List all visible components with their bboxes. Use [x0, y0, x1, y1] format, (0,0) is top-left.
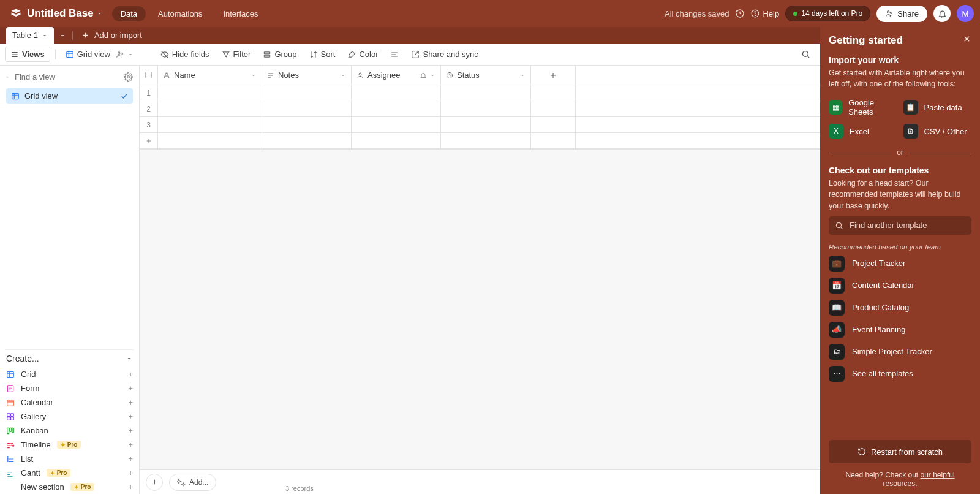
template-event-planning[interactable]: 📣Event Planning: [829, 322, 971, 338]
template-project-tracker[interactable]: 💼Project Tracker: [829, 256, 971, 272]
template-search[interactable]: [829, 216, 971, 235]
column-name[interactable]: Name: [158, 66, 262, 85]
create-view-grid[interactable]: Grid+: [5, 367, 134, 381]
checkbox-icon: [145, 72, 152, 78]
plus-icon: +: [128, 426, 133, 435]
import-csv[interactable]: 🗎CSV / Other: [903, 124, 972, 139]
close-panel-button[interactable]: [962, 34, 971, 44]
app-header: Untitled Base Data Automations Interface…: [0, 0, 980, 27]
table-row[interactable]: 3: [140, 117, 820, 133]
view-settings-button[interactable]: [124, 72, 133, 82]
restart-icon: [858, 447, 866, 456]
color-button[interactable]: Color: [342, 47, 383, 61]
add-record-row[interactable]: [140, 133, 820, 149]
hide-fields-button[interactable]: Hide fields: [156, 47, 214, 61]
svg-point-9: [803, 51, 809, 57]
import-google-sheets[interactable]: ▦Google Sheets: [829, 98, 897, 116]
base-menu-icon[interactable]: [96, 10, 104, 17]
restart-button[interactable]: Restart from scratch: [829, 440, 971, 463]
top-mode-tabs: Data Automations Interfaces: [112, 6, 267, 21]
create-view-calendar[interactable]: Calendar+: [5, 395, 134, 409]
svg-rect-17: [11, 413, 14, 416]
user-avatar[interactable]: M: [957, 5, 974, 22]
add-menu-button[interactable]: Add...: [169, 474, 216, 491]
notifications-button[interactable]: [933, 5, 951, 22]
import-excel[interactable]: XExcel: [829, 124, 897, 139]
create-view-form[interactable]: Form+: [5, 381, 134, 395]
status-dot-icon: [793, 12, 797, 16]
template-content-calendar[interactable]: 📅Content Calendar: [829, 278, 971, 294]
svg-point-23: [11, 443, 12, 444]
tab-interfaces[interactable]: Interfaces: [214, 6, 266, 21]
svg-rect-22: [12, 428, 13, 433]
create-view-gantt[interactable]: GanttPro+: [5, 466, 134, 480]
create-view-kanban[interactable]: Kanban+: [5, 424, 134, 438]
group-button[interactable]: Group: [258, 47, 301, 61]
column-notes[interactable]: Notes: [262, 66, 352, 85]
add-record-circle-button[interactable]: [146, 474, 163, 491]
tab-automations[interactable]: Automations: [149, 6, 211, 21]
share-button[interactable]: Share: [876, 6, 927, 22]
help-button[interactable]: Help: [751, 9, 779, 18]
sort-button[interactable]: Sort: [304, 47, 341, 61]
template-simple-project-tracker[interactable]: 🗂Simple Project Tracker: [829, 344, 971, 360]
views-label: Views: [22, 50, 45, 59]
new-section-row[interactable]: New section Pro +: [5, 480, 134, 494]
svg-point-3: [891, 12, 892, 13]
calendar-icon: [6, 398, 15, 407]
views-toggle-button[interactable]: Views: [5, 47, 50, 62]
create-view-gallery[interactable]: Gallery+: [5, 409, 134, 424]
table-row[interactable]: 1: [140, 85, 820, 101]
find-view-input[interactable]: [13, 72, 119, 82]
templates-title: Check out our templates: [829, 165, 971, 175]
template-icon: 📣: [829, 322, 845, 338]
view-label: Grid view: [24, 91, 58, 101]
add-column-button[interactable]: [531, 66, 576, 85]
file-icon: 🗎: [903, 124, 918, 139]
view-picker-button[interactable]: Grid view: [61, 47, 138, 61]
search-button[interactable]: [796, 47, 815, 61]
see-all-templates[interactable]: ⋯ See all templates: [829, 366, 971, 382]
content-area: Views Grid view Hide fields Filter Group…: [0, 44, 820, 494]
filter-button[interactable]: Filter: [217, 47, 256, 61]
svg-point-6: [121, 53, 123, 55]
create-header[interactable]: Create...: [5, 349, 134, 367]
create-view-list[interactable]: List+: [5, 452, 134, 466]
import-paste-data[interactable]: 📋Paste data: [903, 98, 972, 116]
share-sync-button[interactable]: Share and sync: [406, 47, 483, 61]
column-assignee[interactable]: Assignee: [352, 66, 441, 85]
plus-icon: +: [128, 384, 133, 393]
svg-point-28: [359, 73, 361, 75]
plus-icon: +: [128, 482, 133, 492]
tab-data[interactable]: Data: [112, 6, 146, 21]
plus-icon: +: [128, 398, 133, 407]
svg-rect-20: [7, 428, 9, 433]
template-product-catalog[interactable]: 📖Product Catalog: [829, 300, 971, 316]
templates-desc: Looking for a head start? Our recommende…: [829, 178, 971, 211]
base-name[interactable]: Untitled Base: [27, 7, 94, 20]
svg-rect-16: [7, 413, 10, 416]
row-height-button[interactable]: [385, 48, 404, 61]
pro-badge: Pro: [57, 441, 81, 449]
tables-menu-button[interactable]: [54, 27, 71, 44]
trial-badge[interactable]: 14 days left on Pro: [785, 6, 870, 21]
pro-badge: Pro: [47, 469, 71, 477]
svg-point-26: [7, 458, 8, 460]
pro-badge: Pro: [70, 483, 95, 491]
gantt-icon: [6, 469, 15, 477]
select-all-cell[interactable]: [140, 66, 158, 85]
sidebar-view-grid[interactable]: Grid view: [6, 88, 133, 104]
grid-header: Name Notes Assignee: [140, 66, 820, 85]
row-number: 3: [140, 117, 158, 132]
table-tab-active[interactable]: Table 1: [6, 27, 54, 44]
template-search-input[interactable]: [848, 220, 965, 230]
history-button[interactable]: [735, 9, 745, 18]
svg-point-25: [7, 456, 8, 457]
column-status[interactable]: Status: [441, 66, 531, 85]
excel-icon: X: [829, 124, 843, 139]
timeline-icon: [6, 441, 15, 449]
create-view-timeline[interactable]: TimelinePro+: [5, 438, 134, 452]
table-row[interactable]: 2: [140, 101, 820, 117]
add-or-import-button[interactable]: Add or import: [74, 27, 149, 44]
template-icon: 💼: [829, 256, 845, 272]
